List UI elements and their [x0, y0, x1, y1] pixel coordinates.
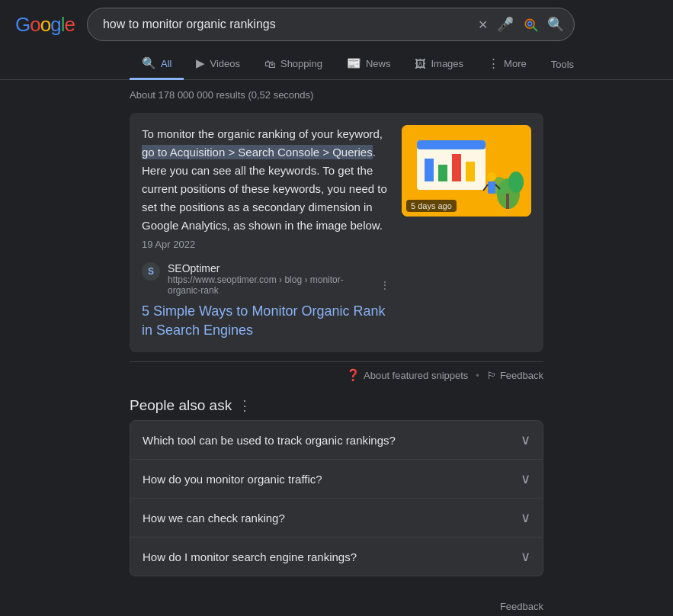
svg-point-1 — [528, 22, 532, 26]
flag-icon: 🏳 — [487, 370, 497, 381]
svg-rect-7 — [425, 159, 434, 181]
news-icon: 📰 — [347, 56, 361, 70]
all-icon: 🔍 — [142, 56, 156, 70]
source-menu-icon[interactable]: ⋮ — [380, 280, 389, 290]
svg-rect-14 — [506, 194, 509, 209]
lens-icon[interactable] — [521, 15, 540, 34]
svg-point-12 — [508, 172, 524, 193]
bottom-feedback-link[interactable]: Feedback — [0, 592, 673, 616]
source-info: SEOptimer https://www.seoptimer.com › bl… — [168, 262, 389, 296]
nav-tabs: 🔍 All ▶ Videos 🛍 Shopping 📰 News 🖼 Image… — [0, 49, 673, 80]
tab-shopping-label: Shopping — [280, 58, 322, 69]
microphone-icon[interactable]: 🎤 — [495, 14, 515, 34]
snippet-image: 5 days ago — [402, 125, 531, 217]
tools-button[interactable]: Tools — [539, 51, 586, 78]
paa-list: Which tool can be used to track organic … — [130, 420, 543, 576]
tab-news-label: News — [366, 58, 391, 69]
source-url: https://www.seoptimer.com › blog › monit… — [168, 274, 389, 296]
svg-line-2 — [533, 27, 537, 30]
snippet-text: To monitor the organic ranking of your k… — [142, 125, 389, 253]
tab-all[interactable]: 🔍 All — [130, 49, 184, 80]
results-count: About 178 000 000 results (0,52 seconds) — [130, 89, 543, 101]
paa-question-0: Which tool can be used to track organic … — [143, 434, 396, 447]
paa-question-2: How we can check ranking? — [143, 512, 285, 525]
tab-images[interactable]: 🖼 Images — [402, 50, 476, 80]
tab-videos[interactable]: ▶ Videos — [184, 49, 252, 80]
google-logo: Google — [15, 13, 75, 37]
snippet-source: S SEOptimer https://www.seoptimer.com › … — [142, 262, 389, 296]
header: Google ✕ 🎤 🔍 — [0, 0, 673, 49]
paa-item-0[interactable]: Which tool can be used to track organic … — [130, 420, 543, 460]
tab-videos-label: Videos — [210, 58, 240, 69]
chevron-down-icon: ∨ — [521, 509, 530, 526]
search-icons: ✕ 🎤 🔍 — [476, 14, 566, 34]
tab-news[interactable]: 📰 News — [335, 49, 403, 80]
paa-question-3: How do I monitor search engine rankings? — [143, 550, 357, 563]
clear-button[interactable]: ✕ — [476, 16, 489, 34]
chevron-down-icon: ∨ — [521, 470, 530, 487]
paa-title: People also ask — [130, 397, 232, 414]
svg-rect-9 — [452, 154, 461, 181]
svg-rect-10 — [466, 162, 475, 181]
tab-shopping[interactable]: 🛍 Shopping — [252, 50, 335, 80]
source-favicon: S — [142, 262, 160, 281]
tab-more[interactable]: ⋮ More — [476, 49, 539, 80]
paa-header: People also ask ⋮ — [130, 397, 543, 414]
image-timestamp-label: 5 days ago — [406, 200, 457, 212]
images-icon: 🖼 — [415, 57, 426, 70]
chevron-down-icon: ∨ — [521, 548, 530, 565]
snippet-highlight: go to Acquisition > Search Console > Que… — [142, 145, 373, 159]
shopping-icon: 🛍 — [264, 57, 276, 70]
tab-all-label: All — [161, 58, 171, 69]
snippet-text-area: To monitor the organic ranking of your k… — [142, 125, 389, 340]
search-box-wrapper: ✕ 🎤 🔍 — [87, 8, 575, 41]
paa-question-1: How do you monitor organic traffic? — [143, 473, 322, 486]
svg-rect-6 — [417, 140, 486, 149]
snippet-footer: ❓ About featured snippets • 🏳 Feedback — [130, 361, 543, 385]
people-also-ask-section: People also ask ⋮ Which tool can be used… — [130, 397, 543, 576]
paa-item-2[interactable]: How we can check ranking?∨ — [130, 499, 543, 537]
main-content: About 178 000 000 results (0,52 seconds)… — [0, 80, 673, 592]
snippet-feedback-link[interactable]: 🏳 Feedback — [487, 370, 543, 381]
source-name: SEOptimer — [168, 262, 389, 274]
svg-point-15 — [487, 172, 496, 181]
paa-item-1[interactable]: How do you monitor organic traffic?∨ — [130, 460, 543, 499]
chevron-down-icon: ∨ — [521, 432, 530, 448]
snippet-text-before: To monitor the organic ranking of your k… — [142, 127, 383, 140]
tab-more-label: More — [504, 58, 527, 69]
tab-images-label: Images — [431, 58, 463, 69]
svg-rect-8 — [438, 165, 447, 181]
about-featured-snippets-link[interactable]: ❓ About featured snippets — [346, 368, 468, 382]
snippet-date: 19 Apr 2022 — [142, 239, 195, 250]
svg-rect-16 — [488, 181, 495, 194]
paa-menu-icon[interactable]: ⋮ — [238, 397, 252, 414]
search-button[interactable]: 🔍 — [546, 14, 566, 34]
featured-snippet: To monitor the organic ranking of your k… — [130, 113, 543, 352]
videos-icon: ▶ — [196, 56, 205, 70]
snippet-link[interactable]: 5 Simple Ways to Monitor Organic Rank in… — [142, 302, 389, 340]
paa-item-3[interactable]: How do I monitor search engine rankings?… — [130, 537, 543, 576]
question-icon: ❓ — [346, 368, 361, 382]
more-icon: ⋮ — [488, 56, 499, 70]
